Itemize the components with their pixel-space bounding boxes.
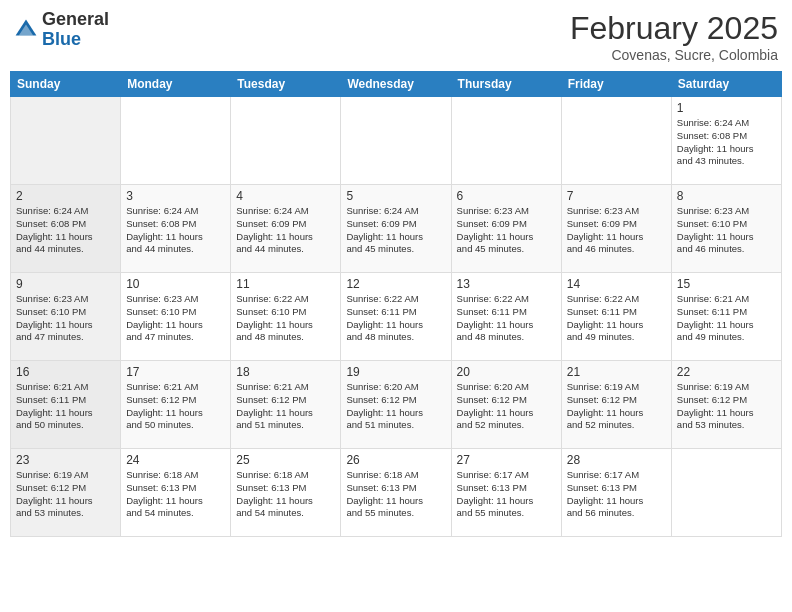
day-info: Sunrise: 6:20 AM Sunset: 6:12 PM Dayligh… — [346, 381, 445, 432]
calendar-header-thursday: Thursday — [451, 72, 561, 97]
day-info: Sunrise: 6:21 AM Sunset: 6:12 PM Dayligh… — [236, 381, 335, 432]
calendar-day-cell: 12Sunrise: 6:22 AM Sunset: 6:11 PM Dayli… — [341, 273, 451, 361]
day-number: 5 — [346, 189, 445, 203]
calendar-day-cell — [341, 97, 451, 185]
day-number: 17 — [126, 365, 225, 379]
day-number: 4 — [236, 189, 335, 203]
calendar-day-cell: 20Sunrise: 6:20 AM Sunset: 6:12 PM Dayli… — [451, 361, 561, 449]
calendar-day-cell: 25Sunrise: 6:18 AM Sunset: 6:13 PM Dayli… — [231, 449, 341, 537]
day-info: Sunrise: 6:24 AM Sunset: 6:09 PM Dayligh… — [236, 205, 335, 256]
day-number: 20 — [457, 365, 556, 379]
month-year-title: February 2025 — [570, 10, 778, 47]
calendar-day-cell: 27Sunrise: 6:17 AM Sunset: 6:13 PM Dayli… — [451, 449, 561, 537]
day-number: 11 — [236, 277, 335, 291]
title-block: February 2025 Covenas, Sucre, Colombia — [570, 10, 778, 63]
day-number: 21 — [567, 365, 666, 379]
page-header: General Blue February 2025 Covenas, Sucr… — [10, 10, 782, 63]
day-info: Sunrise: 6:17 AM Sunset: 6:13 PM Dayligh… — [457, 469, 556, 520]
calendar-day-cell — [671, 449, 781, 537]
day-number: 10 — [126, 277, 225, 291]
logo-icon — [14, 18, 38, 42]
day-number: 25 — [236, 453, 335, 467]
day-number: 28 — [567, 453, 666, 467]
calendar-day-cell: 7Sunrise: 6:23 AM Sunset: 6:09 PM Daylig… — [561, 185, 671, 273]
calendar-day-cell: 6Sunrise: 6:23 AM Sunset: 6:09 PM Daylig… — [451, 185, 561, 273]
calendar-day-cell: 22Sunrise: 6:19 AM Sunset: 6:12 PM Dayli… — [671, 361, 781, 449]
day-number: 12 — [346, 277, 445, 291]
day-info: Sunrise: 6:21 AM Sunset: 6:11 PM Dayligh… — [16, 381, 115, 432]
calendar-week-row: 9Sunrise: 6:23 AM Sunset: 6:10 PM Daylig… — [11, 273, 782, 361]
calendar-day-cell: 9Sunrise: 6:23 AM Sunset: 6:10 PM Daylig… — [11, 273, 121, 361]
day-number: 3 — [126, 189, 225, 203]
calendar-day-cell: 21Sunrise: 6:19 AM Sunset: 6:12 PM Dayli… — [561, 361, 671, 449]
calendar-header-wednesday: Wednesday — [341, 72, 451, 97]
day-number: 22 — [677, 365, 776, 379]
day-info: Sunrise: 6:21 AM Sunset: 6:12 PM Dayligh… — [126, 381, 225, 432]
day-number: 6 — [457, 189, 556, 203]
day-info: Sunrise: 6:24 AM Sunset: 6:09 PM Dayligh… — [346, 205, 445, 256]
calendar-day-cell — [11, 97, 121, 185]
calendar-day-cell: 23Sunrise: 6:19 AM Sunset: 6:12 PM Dayli… — [11, 449, 121, 537]
calendar-day-cell: 11Sunrise: 6:22 AM Sunset: 6:10 PM Dayli… — [231, 273, 341, 361]
calendar-day-cell: 18Sunrise: 6:21 AM Sunset: 6:12 PM Dayli… — [231, 361, 341, 449]
calendar-day-cell: 5Sunrise: 6:24 AM Sunset: 6:09 PM Daylig… — [341, 185, 451, 273]
calendar-day-cell: 4Sunrise: 6:24 AM Sunset: 6:09 PM Daylig… — [231, 185, 341, 273]
calendar-day-cell: 16Sunrise: 6:21 AM Sunset: 6:11 PM Dayli… — [11, 361, 121, 449]
calendar-day-cell — [121, 97, 231, 185]
calendar-day-cell: 3Sunrise: 6:24 AM Sunset: 6:08 PM Daylig… — [121, 185, 231, 273]
calendar-day-cell — [451, 97, 561, 185]
day-info: Sunrise: 6:23 AM Sunset: 6:09 PM Dayligh… — [457, 205, 556, 256]
location-text: Covenas, Sucre, Colombia — [570, 47, 778, 63]
day-number: 9 — [16, 277, 115, 291]
day-info: Sunrise: 6:23 AM Sunset: 6:09 PM Dayligh… — [567, 205, 666, 256]
day-number: 15 — [677, 277, 776, 291]
day-info: Sunrise: 6:24 AM Sunset: 6:08 PM Dayligh… — [126, 205, 225, 256]
day-number: 7 — [567, 189, 666, 203]
calendar-day-cell — [561, 97, 671, 185]
logo: General Blue — [14, 10, 109, 50]
calendar-week-row: 23Sunrise: 6:19 AM Sunset: 6:12 PM Dayli… — [11, 449, 782, 537]
day-number: 2 — [16, 189, 115, 203]
calendar-day-cell: 17Sunrise: 6:21 AM Sunset: 6:12 PM Dayli… — [121, 361, 231, 449]
day-info: Sunrise: 6:18 AM Sunset: 6:13 PM Dayligh… — [236, 469, 335, 520]
day-info: Sunrise: 6:22 AM Sunset: 6:11 PM Dayligh… — [567, 293, 666, 344]
calendar-day-cell: 19Sunrise: 6:20 AM Sunset: 6:12 PM Dayli… — [341, 361, 451, 449]
day-info: Sunrise: 6:19 AM Sunset: 6:12 PM Dayligh… — [677, 381, 776, 432]
calendar-table: SundayMondayTuesdayWednesdayThursdayFrid… — [10, 71, 782, 537]
calendar-header-tuesday: Tuesday — [231, 72, 341, 97]
day-info: Sunrise: 6:19 AM Sunset: 6:12 PM Dayligh… — [16, 469, 115, 520]
calendar-week-row: 16Sunrise: 6:21 AM Sunset: 6:11 PM Dayli… — [11, 361, 782, 449]
day-number: 8 — [677, 189, 776, 203]
day-number: 26 — [346, 453, 445, 467]
day-info: Sunrise: 6:23 AM Sunset: 6:10 PM Dayligh… — [126, 293, 225, 344]
calendar-header-sunday: Sunday — [11, 72, 121, 97]
day-number: 16 — [16, 365, 115, 379]
day-info: Sunrise: 6:18 AM Sunset: 6:13 PM Dayligh… — [126, 469, 225, 520]
calendar-day-cell: 13Sunrise: 6:22 AM Sunset: 6:11 PM Dayli… — [451, 273, 561, 361]
day-number: 19 — [346, 365, 445, 379]
day-number: 24 — [126, 453, 225, 467]
day-info: Sunrise: 6:20 AM Sunset: 6:12 PM Dayligh… — [457, 381, 556, 432]
day-info: Sunrise: 6:17 AM Sunset: 6:13 PM Dayligh… — [567, 469, 666, 520]
calendar-header-row: SundayMondayTuesdayWednesdayThursdayFrid… — [11, 72, 782, 97]
day-info: Sunrise: 6:24 AM Sunset: 6:08 PM Dayligh… — [677, 117, 776, 168]
calendar-header-saturday: Saturday — [671, 72, 781, 97]
calendar-day-cell: 14Sunrise: 6:22 AM Sunset: 6:11 PM Dayli… — [561, 273, 671, 361]
day-number: 27 — [457, 453, 556, 467]
calendar-header-monday: Monday — [121, 72, 231, 97]
calendar-day-cell: 10Sunrise: 6:23 AM Sunset: 6:10 PM Dayli… — [121, 273, 231, 361]
calendar-day-cell: 1Sunrise: 6:24 AM Sunset: 6:08 PM Daylig… — [671, 97, 781, 185]
day-info: Sunrise: 6:21 AM Sunset: 6:11 PM Dayligh… — [677, 293, 776, 344]
day-info: Sunrise: 6:18 AM Sunset: 6:13 PM Dayligh… — [346, 469, 445, 520]
day-info: Sunrise: 6:22 AM Sunset: 6:11 PM Dayligh… — [346, 293, 445, 344]
calendar-day-cell: 26Sunrise: 6:18 AM Sunset: 6:13 PM Dayli… — [341, 449, 451, 537]
day-number: 14 — [567, 277, 666, 291]
calendar-day-cell — [231, 97, 341, 185]
day-number: 23 — [16, 453, 115, 467]
calendar-week-row: 1Sunrise: 6:24 AM Sunset: 6:08 PM Daylig… — [11, 97, 782, 185]
calendar-day-cell: 15Sunrise: 6:21 AM Sunset: 6:11 PM Dayli… — [671, 273, 781, 361]
day-number: 18 — [236, 365, 335, 379]
day-info: Sunrise: 6:23 AM Sunset: 6:10 PM Dayligh… — [677, 205, 776, 256]
day-number: 13 — [457, 277, 556, 291]
calendar-day-cell: 28Sunrise: 6:17 AM Sunset: 6:13 PM Dayli… — [561, 449, 671, 537]
